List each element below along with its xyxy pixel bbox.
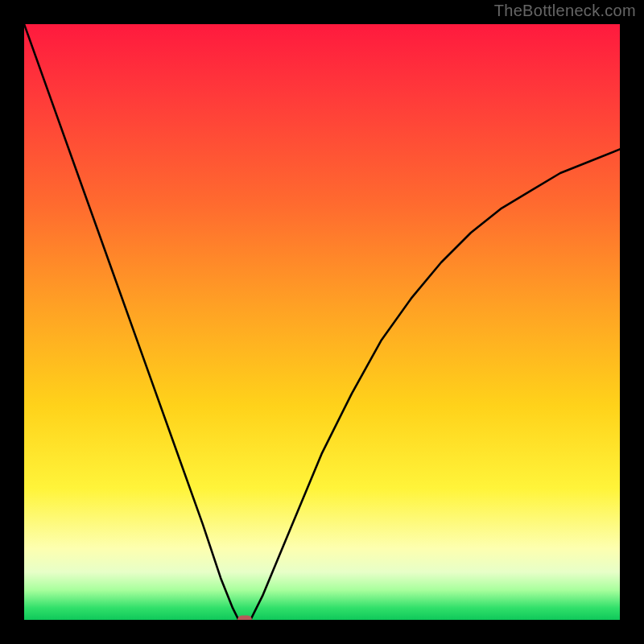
curve-svg xyxy=(24,24,620,620)
watermark-text: TheBottleneck.com xyxy=(494,2,636,20)
plot-area xyxy=(24,24,620,620)
bottleneck-curve xyxy=(24,24,620,620)
chart-frame: TheBottleneck.com xyxy=(0,0,644,644)
minimum-marker xyxy=(237,616,252,621)
